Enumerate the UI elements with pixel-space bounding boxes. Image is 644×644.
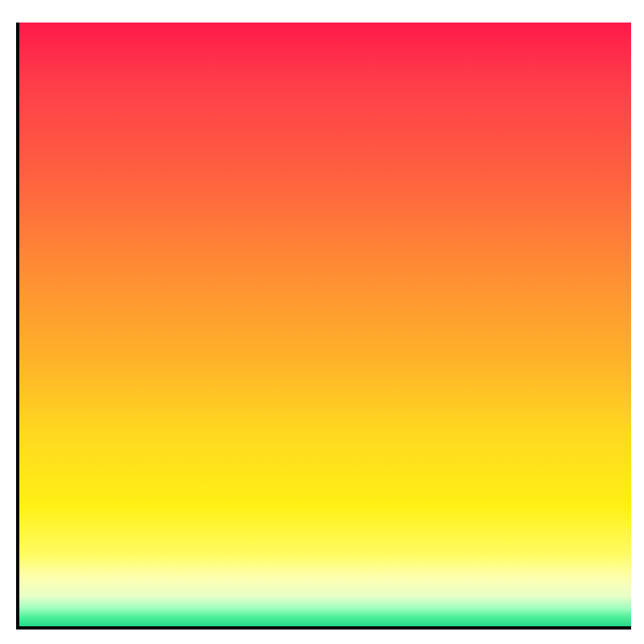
bottleneck-curve bbox=[19, 23, 631, 626]
plot-area bbox=[16, 23, 631, 630]
